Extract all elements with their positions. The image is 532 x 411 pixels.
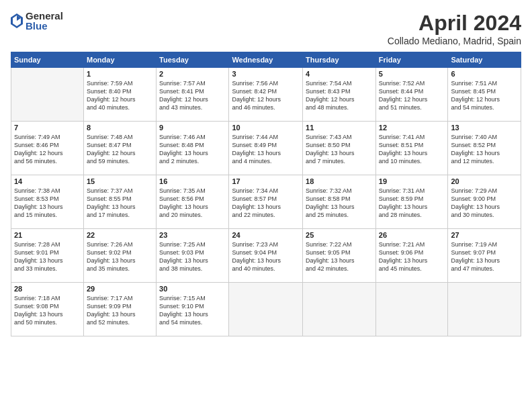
logo: General Blue xyxy=(11,11,63,31)
day-info: Sunrise: 7:26 AM Sunset: 9:02 PM Dayligh… xyxy=(87,240,153,273)
week-row-4: 21Sunrise: 7:28 AM Sunset: 9:01 PM Dayli… xyxy=(11,229,521,283)
calendar-cell: 15Sunrise: 7:37 AM Sunset: 8:55 PM Dayli… xyxy=(83,175,156,229)
day-number: 14 xyxy=(14,177,81,185)
day-number: 20 xyxy=(451,177,518,185)
day-number: 2 xyxy=(159,70,226,78)
day-number: 8 xyxy=(87,124,153,132)
day-info: Sunrise: 7:41 AM Sunset: 8:51 PM Dayligh… xyxy=(379,133,445,166)
calendar-cell: 7Sunrise: 7:49 AM Sunset: 8:46 PM Daylig… xyxy=(11,122,84,175)
day-info: Sunrise: 7:29 AM Sunset: 9:00 PM Dayligh… xyxy=(451,187,518,220)
day-info: Sunrise: 7:48 AM Sunset: 8:47 PM Dayligh… xyxy=(87,133,153,166)
day-info: Sunrise: 7:59 AM Sunset: 8:40 PM Dayligh… xyxy=(87,79,153,112)
day-number: 13 xyxy=(451,124,518,132)
calendar-cell: 5Sunrise: 7:52 AM Sunset: 8:44 PM Daylig… xyxy=(375,68,448,122)
day-info: Sunrise: 7:34 AM Sunset: 8:57 PM Dayligh… xyxy=(232,187,300,220)
day-info: Sunrise: 7:40 AM Sunset: 8:52 PM Dayligh… xyxy=(451,133,518,166)
calendar-cell xyxy=(11,68,84,122)
day-number: 11 xyxy=(306,124,373,132)
calendar-cell: 30Sunrise: 7:15 AM Sunset: 9:10 PM Dayli… xyxy=(157,283,229,336)
calendar-cell: 11Sunrise: 7:43 AM Sunset: 8:50 PM Dayli… xyxy=(303,122,376,175)
calendar-cell: 18Sunrise: 7:32 AM Sunset: 8:58 PM Dayli… xyxy=(303,175,376,229)
calendar-cell: 4Sunrise: 7:54 AM Sunset: 8:43 PM Daylig… xyxy=(303,68,376,122)
page-header: General Blue April 2024 Collado Mediano,… xyxy=(11,11,521,46)
calendar-cell: 21Sunrise: 7:28 AM Sunset: 9:01 PM Dayli… xyxy=(11,229,84,283)
calendar-cell: 29Sunrise: 7:17 AM Sunset: 9:09 PM Dayli… xyxy=(83,283,156,336)
calendar-cell: 1Sunrise: 7:59 AM Sunset: 8:40 PM Daylig… xyxy=(83,68,156,122)
day-number: 23 xyxy=(159,231,226,239)
day-number: 25 xyxy=(306,231,373,239)
day-number: 7 xyxy=(14,124,81,132)
day-info: Sunrise: 7:43 AM Sunset: 8:50 PM Dayligh… xyxy=(306,133,373,166)
calendar-table: SundayMondayTuesdayWednesdayThursdayFrid… xyxy=(11,52,521,336)
calendar-cell: 20Sunrise: 7:29 AM Sunset: 9:00 PM Dayli… xyxy=(448,175,521,229)
calendar-cell: 9Sunrise: 7:46 AM Sunset: 8:48 PM Daylig… xyxy=(157,122,229,175)
day-info: Sunrise: 7:56 AM Sunset: 8:42 PM Dayligh… xyxy=(232,79,300,112)
logo-text: General Blue xyxy=(26,11,63,31)
week-row-2: 7Sunrise: 7:49 AM Sunset: 8:46 PM Daylig… xyxy=(11,122,521,175)
week-row-3: 14Sunrise: 7:38 AM Sunset: 8:53 PM Dayli… xyxy=(11,175,521,229)
weekday-header-wednesday: Wednesday xyxy=(229,52,303,68)
weekday-header-thursday: Thursday xyxy=(303,52,376,68)
day-number: 18 xyxy=(306,177,373,185)
day-number: 15 xyxy=(87,177,153,185)
day-number: 24 xyxy=(232,231,300,239)
day-number: 5 xyxy=(379,70,445,78)
calendar-cell xyxy=(375,283,448,336)
day-info: Sunrise: 7:18 AM Sunset: 9:08 PM Dayligh… xyxy=(14,294,81,327)
day-number: 22 xyxy=(87,231,153,239)
day-info: Sunrise: 7:21 AM Sunset: 9:06 PM Dayligh… xyxy=(379,240,445,273)
day-number: 30 xyxy=(159,285,226,293)
day-info: Sunrise: 7:25 AM Sunset: 9:03 PM Dayligh… xyxy=(159,240,226,273)
day-info: Sunrise: 7:23 AM Sunset: 9:04 PM Dayligh… xyxy=(232,240,300,273)
day-info: Sunrise: 7:54 AM Sunset: 8:43 PM Dayligh… xyxy=(306,79,373,112)
logo-icon xyxy=(11,13,23,28)
calendar-cell: 13Sunrise: 7:40 AM Sunset: 8:52 PM Dayli… xyxy=(448,122,521,175)
day-number: 9 xyxy=(159,124,226,132)
weekday-header-monday: Monday xyxy=(83,52,156,68)
day-number: 27 xyxy=(451,231,518,239)
day-info: Sunrise: 7:35 AM Sunset: 8:56 PM Dayligh… xyxy=(159,187,226,220)
day-info: Sunrise: 7:52 AM Sunset: 8:44 PM Dayligh… xyxy=(379,79,445,112)
calendar-cell: 17Sunrise: 7:34 AM Sunset: 8:57 PM Dayli… xyxy=(229,175,303,229)
calendar-cell: 6Sunrise: 7:51 AM Sunset: 8:45 PM Daylig… xyxy=(448,68,521,122)
day-info: Sunrise: 7:51 AM Sunset: 8:45 PM Dayligh… xyxy=(451,79,518,112)
day-number: 17 xyxy=(232,177,300,185)
weekday-header-tuesday: Tuesday xyxy=(157,52,229,68)
weekday-header-sunday: Sunday xyxy=(11,52,84,68)
title-block: April 2024 Collado Mediano, Madrid, Spai… xyxy=(388,11,521,46)
day-number: 29 xyxy=(87,285,153,293)
calendar-cell: 16Sunrise: 7:35 AM Sunset: 8:56 PM Dayli… xyxy=(157,175,229,229)
calendar-cell xyxy=(229,283,303,336)
day-number: 26 xyxy=(379,231,445,239)
calendar-cell: 19Sunrise: 7:31 AM Sunset: 8:59 PM Dayli… xyxy=(375,175,448,229)
day-info: Sunrise: 7:15 AM Sunset: 9:10 PM Dayligh… xyxy=(159,294,226,327)
weekday-header-saturday: Saturday xyxy=(448,52,521,68)
week-row-5: 28Sunrise: 7:18 AM Sunset: 9:08 PM Dayli… xyxy=(11,283,521,336)
calendar-cell: 24Sunrise: 7:23 AM Sunset: 9:04 PM Dayli… xyxy=(229,229,303,283)
weekday-header-row: SundayMondayTuesdayWednesdayThursdayFrid… xyxy=(11,52,521,68)
day-info: Sunrise: 7:28 AM Sunset: 9:01 PM Dayligh… xyxy=(14,240,81,273)
calendar-cell: 3Sunrise: 7:56 AM Sunset: 8:42 PM Daylig… xyxy=(229,68,303,122)
calendar-cell xyxy=(448,283,521,336)
weekday-header-friday: Friday xyxy=(375,52,448,68)
day-info: Sunrise: 7:38 AM Sunset: 8:53 PM Dayligh… xyxy=(14,187,81,220)
day-number: 21 xyxy=(14,231,81,239)
day-number: 6 xyxy=(451,70,518,78)
calendar-cell: 2Sunrise: 7:57 AM Sunset: 8:41 PM Daylig… xyxy=(157,68,229,122)
day-info: Sunrise: 7:17 AM Sunset: 9:09 PM Dayligh… xyxy=(87,294,153,327)
logo-blue: Blue xyxy=(26,21,63,31)
calendar-cell: 23Sunrise: 7:25 AM Sunset: 9:03 PM Dayli… xyxy=(157,229,229,283)
day-info: Sunrise: 7:44 AM Sunset: 8:49 PM Dayligh… xyxy=(232,133,300,166)
calendar-cell: 27Sunrise: 7:19 AM Sunset: 9:07 PM Dayli… xyxy=(448,229,521,283)
logo-general: General xyxy=(26,11,63,21)
calendar-cell: 28Sunrise: 7:18 AM Sunset: 9:08 PM Dayli… xyxy=(11,283,84,336)
calendar-cell: 8Sunrise: 7:48 AM Sunset: 8:47 PM Daylig… xyxy=(83,122,156,175)
month-title: April 2024 xyxy=(388,11,521,36)
day-number: 12 xyxy=(379,124,445,132)
day-number: 10 xyxy=(232,124,300,132)
day-info: Sunrise: 7:19 AM Sunset: 9:07 PM Dayligh… xyxy=(451,240,518,273)
day-number: 16 xyxy=(159,177,226,185)
day-number: 4 xyxy=(306,70,373,78)
calendar-cell xyxy=(303,283,376,336)
day-info: Sunrise: 7:32 AM Sunset: 8:58 PM Dayligh… xyxy=(306,187,373,220)
